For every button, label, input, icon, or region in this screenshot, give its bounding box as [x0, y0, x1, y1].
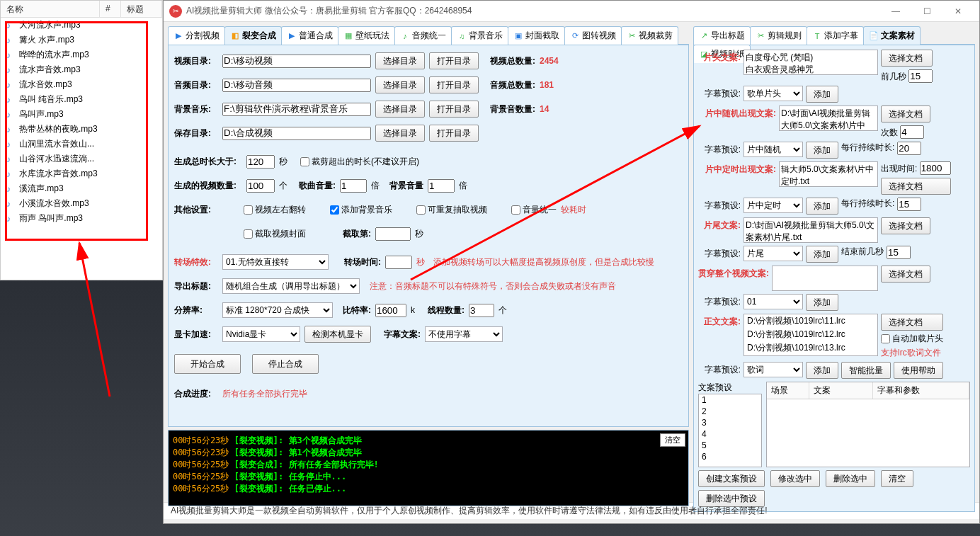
- tail-copy-textarea[interactable]: [743, 217, 878, 243]
- tab-文案素材[interactable]: 📄文案素材: [863, 26, 921, 45]
- bgm-dir-input[interactable]: [222, 103, 371, 116]
- sub-preset2-add-button[interactable]: 添加: [806, 142, 838, 159]
- maximize-button[interactable]: ☐: [911, 1, 942, 21]
- file-item[interactable]: 鸟叫声.mp3: [1, 107, 162, 122]
- col-name[interactable]: 名称: [1, 1, 100, 17]
- col-num[interactable]: #: [100, 1, 121, 17]
- mid-timed-select-file-button[interactable]: 选择文档: [881, 178, 951, 195]
- vol-unify-checkbox[interactable]: [511, 205, 520, 215]
- file-item[interactable]: 雨声 鸟叫声.mp3: [1, 211, 162, 226]
- crop-cover-checkbox[interactable]: [244, 229, 253, 239]
- start-button[interactable]: 开始合成: [174, 354, 241, 374]
- file-item[interactable]: 篝火 水声.mp3: [1, 33, 162, 47]
- file-item[interactable]: 小溪流水音效.mp3: [1, 196, 162, 211]
- video-select-dir-button[interactable]: 选择目录: [375, 52, 425, 69]
- subtitle-select[interactable]: 不使用字幕: [425, 326, 503, 342]
- file-item[interactable]: 水库流水声音效.mp3: [1, 166, 162, 181]
- file-item[interactable]: 山谷河水迅速流淌...: [1, 152, 162, 166]
- bitrate-input[interactable]: [375, 304, 406, 317]
- audio-dir-input[interactable]: [222, 79, 371, 92]
- use-help-button[interactable]: 使用帮助: [894, 362, 943, 379]
- mid-timed-time-input[interactable]: [920, 161, 951, 175]
- bgm-open-dir-button[interactable]: 打开目录: [429, 101, 479, 118]
- save-select-dir-button[interactable]: 选择目录: [375, 125, 425, 142]
- sub-preset3-add-button[interactable]: 添加: [806, 198, 838, 215]
- tab-裂变合成[interactable]: ◧裂变合成: [224, 26, 282, 45]
- audio-select-dir-button[interactable]: 选择目录: [375, 76, 425, 93]
- detect-gpu-button[interactable]: 检测本机显卡: [304, 326, 371, 343]
- sub-preset4-end-input[interactable]: [887, 246, 911, 259]
- mid-timed-textarea[interactable]: [779, 161, 878, 187]
- close-button[interactable]: ✕: [942, 1, 974, 21]
- console-clear-button[interactable]: 清空: [660, 433, 685, 447]
- tab-导出标题[interactable]: ↗导出标题: [693, 26, 751, 45]
- sub-preset6-select[interactable]: 歌词: [743, 362, 803, 377]
- del-sel-button[interactable]: 删除选中: [826, 470, 875, 487]
- stop-button[interactable]: 停止合成: [252, 354, 319, 374]
- preset-list[interactable]: 123456: [698, 394, 762, 467]
- sub-preset3-dur-input[interactable]: [897, 198, 921, 211]
- file-item[interactable]: 鸟叫 纯音乐.mp3: [1, 92, 162, 107]
- lrc-list[interactable]: D:\分割视频\1019lrc\11.lrcD:\分割视频\1019lrc\12…: [743, 314, 878, 356]
- gpu-select[interactable]: Nvidia显卡: [222, 326, 300, 342]
- sub-preset4-add-button[interactable]: 添加: [806, 246, 838, 263]
- tab-添加字幕[interactable]: T添加字幕: [807, 26, 864, 45]
- sub-preset6-add-button[interactable]: 添加: [806, 362, 838, 379]
- prefix-sec-input[interactable]: [908, 69, 933, 83]
- minimize-button[interactable]: —: [880, 1, 911, 21]
- save-dir-input[interactable]: [222, 127, 371, 140]
- auto-load-head-checkbox[interactable]: [881, 334, 890, 343]
- video-open-dir-button[interactable]: 打开目录: [429, 52, 479, 69]
- tab-背景音乐[interactable]: ♫背景音乐: [451, 26, 508, 45]
- gen-count-input[interactable]: [246, 179, 275, 193]
- bgm-select-dir-button[interactable]: 选择目录: [375, 101, 425, 118]
- gen-len-input[interactable]: [246, 155, 275, 169]
- smart-batch-button[interactable]: 智能批量: [841, 362, 891, 379]
- bg-vol-input[interactable]: [428, 179, 455, 193]
- add-bgm-checkbox[interactable]: [330, 205, 339, 215]
- res-select[interactable]: 标准 1280*720 合成快: [222, 302, 333, 318]
- trim-excess-checkbox[interactable]: [300, 157, 309, 166]
- through-copy-textarea[interactable]: [772, 266, 878, 291]
- mid-random-textarea[interactable]: [779, 106, 878, 131]
- mid-random-select-file-button[interactable]: 选择文档: [881, 106, 930, 122]
- head-select-file-button[interactable]: 选择文档: [881, 50, 933, 67]
- trans-time-input[interactable]: [385, 256, 412, 269]
- tail-select-file-button[interactable]: 选择文档: [881, 217, 930, 234]
- file-item[interactable]: 流水声音效.mp3: [1, 62, 162, 77]
- file-item[interactable]: 热带丛林的夜晚.mp3: [1, 122, 162, 137]
- sub-preset1-add-button[interactable]: 添加: [806, 86, 838, 103]
- edit-sel-button[interactable]: 修改选中: [770, 470, 820, 487]
- song-vol-input[interactable]: [340, 179, 367, 193]
- sub-preset4-select[interactable]: 片尾: [743, 246, 803, 261]
- file-item[interactable]: 大河流水声.mp3: [1, 18, 162, 33]
- tab-壁纸玩法[interactable]: ▦壁纸玩法: [338, 26, 395, 45]
- tab-分割视频[interactable]: ▶分割视频: [168, 26, 225, 45]
- tab-普通合成[interactable]: ▶普通合成: [281, 26, 338, 45]
- clear-button[interactable]: 清空: [881, 470, 913, 487]
- sub-preset2-dur-input[interactable]: [897, 142, 921, 155]
- file-item[interactable]: 溪流声.mp3: [1, 181, 162, 196]
- create-preset-button[interactable]: 创建文案预设: [698, 470, 765, 487]
- video-dir-input[interactable]: [222, 55, 371, 68]
- col-title[interactable]: 标题: [121, 1, 162, 17]
- crop-frame-input[interactable]: [375, 227, 411, 241]
- tab-剪辑规则[interactable]: ✂剪辑规则: [750, 26, 807, 45]
- file-item[interactable]: 山洞里流水音效山...: [1, 137, 162, 152]
- trans-select[interactable]: 01.无特效直接转: [222, 254, 329, 270]
- sub-preset5-select[interactable]: 01: [743, 294, 803, 309]
- tab-图转视频[interactable]: ⟳图转视频: [564, 26, 622, 45]
- file-item[interactable]: 哗哗的流水声.mp3: [1, 47, 162, 62]
- mid-random-count-input[interactable]: [900, 125, 924, 139]
- export-title-select[interactable]: 随机组合生成（调用导出标题）: [222, 278, 360, 294]
- through-select-file-button[interactable]: 选择文档: [881, 266, 930, 283]
- sub-preset1-select[interactable]: 歌单片头: [743, 86, 803, 101]
- tab-视频裁剪[interactable]: ✂视频裁剪: [621, 26, 678, 45]
- head-copy-textarea[interactable]: [743, 50, 878, 75]
- save-open-dir-button[interactable]: 打开目录: [429, 125, 479, 142]
- repeat-extract-checkbox[interactable]: [416, 205, 426, 215]
- tab-封面截取[interactable]: ▣封面截取: [508, 26, 565, 45]
- threads-input[interactable]: [469, 304, 494, 317]
- tab-音频统一[interactable]: ♪音频统一: [394, 26, 452, 45]
- audio-open-dir-button[interactable]: 打开目录: [429, 76, 479, 93]
